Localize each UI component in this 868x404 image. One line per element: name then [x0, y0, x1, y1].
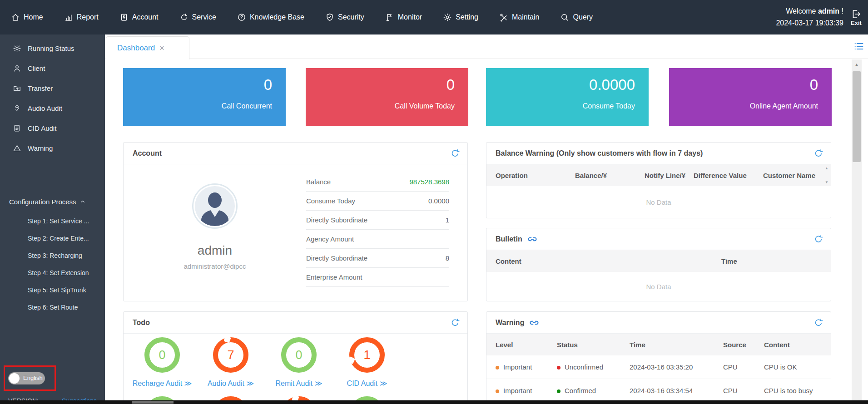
- nav-item-label: Home: [24, 13, 43, 21]
- warning-status: Unconfirmed: [565, 363, 603, 371]
- sidebar-item-running-status[interactable]: Running Status: [0, 38, 105, 58]
- link-icon[interactable]: [529, 319, 540, 327]
- account-email: administrator@dipcc: [147, 262, 283, 270]
- welcome-text: Welcome admin !: [776, 5, 843, 17]
- exit-door-icon: [851, 9, 862, 20]
- nav-item-label: Knowledge Base: [250, 13, 304, 21]
- stat-card-online-agent-amount: 0 Online Agent Amount: [669, 68, 832, 126]
- scrollbar-up-icon[interactable]: ▲: [852, 59, 862, 69]
- welcome-block: Welcome admin ! 2024-03-17 19:03:39: [776, 5, 843, 30]
- account-row-value: 987528.3698: [409, 178, 449, 186]
- nav-item-report[interactable]: Report: [64, 13, 99, 22]
- sidebar-item-warning[interactable]: Warning: [0, 138, 105, 158]
- sidebar-step-3[interactable]: Step 3: Recharging: [0, 247, 105, 264]
- service-cycle-icon: [179, 13, 188, 22]
- balance-warning-header: Operation Balance/¥ Notify Line/¥ Differ…: [486, 164, 831, 186]
- level-dot-icon: [496, 366, 499, 370]
- refresh-icon[interactable]: [813, 318, 823, 328]
- todo-link-remit-audit[interactable]: Remit Audit ≫: [275, 379, 322, 388]
- sidebar-item-label: Client: [28, 64, 45, 72]
- table-row[interactable]: Important Unconfirmed 2024-03-16 03:35:2…: [486, 355, 831, 379]
- tab-list-icon[interactable]: [853, 41, 864, 52]
- account-row-label: Enterprise Amount: [306, 273, 362, 281]
- todo-item-recharge-audit: 0 Recharge Audit ≫: [128, 337, 196, 388]
- sidebar-item-label: Running Status: [28, 44, 74, 52]
- stat-value: 0: [810, 76, 818, 94]
- account-row: Agency Amount: [306, 230, 449, 249]
- stat-label: Call Concurrent: [222, 102, 272, 110]
- stat-value: 0.0000: [589, 76, 635, 94]
- todo-count: 0: [159, 348, 165, 362]
- username: admin: [818, 7, 839, 15]
- warning-level: Important: [503, 387, 532, 394]
- horizontal-scrollbar[interactable]: [0, 400, 868, 404]
- nav-item-monitor[interactable]: Monitor: [385, 13, 422, 22]
- nav-item-query[interactable]: Query: [560, 13, 593, 22]
- table-scrollbar[interactable]: ▲ ▼: [823, 166, 830, 184]
- warning-source: CPU: [723, 387, 764, 394]
- todo-link-cid-audit[interactable]: CID Audit ≫: [347, 379, 387, 388]
- nav-item-home[interactable]: Home: [11, 13, 43, 22]
- scroll-down-icon[interactable]: ▼: [825, 180, 828, 184]
- column-header: Operation: [496, 172, 575, 179]
- nav-item-account[interactable]: Account: [119, 13, 159, 22]
- tab-close-icon[interactable]: ×: [159, 44, 164, 52]
- column-header: Status: [557, 341, 630, 349]
- todo-count: 1: [363, 348, 370, 362]
- exit-button[interactable]: Exit: [851, 9, 862, 26]
- horizontal-scrollbar-thumb[interactable]: [132, 401, 174, 404]
- sidebar-item-transfer[interactable]: Transfer: [0, 78, 105, 98]
- todo-item-cid-audit: 1 CID Audit ≫: [333, 337, 401, 388]
- nav-item-knowledge-base[interactable]: Knowledge Base: [237, 13, 304, 22]
- sidebar-step-5[interactable]: Step 5: Set SipTrunk: [0, 281, 105, 299]
- account-row: Enterprise Amount: [306, 268, 449, 287]
- tab-dashboard[interactable]: Dashboard ×: [106, 36, 189, 59]
- bar-chart-icon: [64, 13, 73, 22]
- todo-item-remit-audit: 0 Remit Audit ≫: [265, 337, 333, 388]
- sidebar-item-client[interactable]: Client: [0, 58, 105, 78]
- nav-item-label: Setting: [456, 13, 478, 21]
- nav-item-service[interactable]: Service: [179, 13, 216, 22]
- sidebar-item-audio-audit[interactable]: Audio Audit: [0, 98, 105, 118]
- sidebar-section-configuration-process[interactable]: Configuration Process: [0, 192, 105, 211]
- panel-title-text: Account: [133, 149, 162, 158]
- search-icon: [560, 13, 569, 22]
- account-username: admin: [147, 243, 283, 258]
- nav-item-setting[interactable]: Setting: [443, 13, 478, 22]
- column-header: Time: [721, 257, 822, 265]
- account-row-value: 1: [446, 216, 449, 224]
- sidebar-step-4[interactable]: Step 4: Set Extension: [0, 264, 105, 281]
- todo-link-recharge-audit[interactable]: Recharge Audit ≫: [133, 379, 192, 388]
- table-row[interactable]: Important Confirmed 2024-03-16 03:34:54 …: [486, 379, 831, 400]
- panel-title-text: Bulletin: [496, 235, 522, 243]
- link-icon[interactable]: [527, 235, 538, 243]
- welcome-suffix: !: [842, 7, 843, 15]
- nav-item-maintain[interactable]: Maintain: [499, 13, 539, 22]
- scrollbar-thumb[interactable]: [853, 71, 861, 162]
- toggle-knob-icon: [9, 373, 20, 384]
- refresh-icon[interactable]: [450, 318, 460, 328]
- todo-ring: 7: [213, 337, 248, 373]
- sidebar-item-label: Audio Audit: [28, 104, 62, 112]
- stat-label: Online Agent Amount: [750, 102, 818, 110]
- refresh-icon[interactable]: [813, 234, 823, 244]
- refresh-icon[interactable]: [813, 148, 823, 158]
- language-toggle[interactable]: English: [8, 372, 45, 384]
- sidebar-step-1[interactable]: Step 1: Set Service ...: [0, 212, 105, 230]
- todo-link-audio-audit[interactable]: Audio Audit ≫: [208, 379, 254, 388]
- refresh-icon[interactable]: [450, 148, 460, 158]
- shield-icon: [325, 13, 334, 22]
- sidebar-step-2[interactable]: Step 2: Create Ente...: [0, 230, 105, 247]
- nav-item-security[interactable]: Security: [325, 13, 364, 22]
- todo-ring: 0: [144, 337, 180, 373]
- sidebar-step-6[interactable]: Step 6: Set Route: [0, 299, 105, 316]
- vertical-scrollbar[interactable]: ▲: [852, 59, 862, 400]
- sidebar-item-cid-audit[interactable]: CID Audit: [0, 118, 105, 138]
- home-icon: [11, 13, 20, 22]
- nav-right: Welcome admin ! 2024-03-17 19:03:39 Exit: [776, 0, 862, 34]
- scroll-up-icon[interactable]: ▲: [825, 166, 828, 170]
- empty-state: No Data: [486, 186, 831, 218]
- account-row-value: 8: [446, 254, 449, 262]
- datetime: 2024-03-17 19:03:39: [776, 17, 843, 29]
- ear-icon: [13, 104, 21, 113]
